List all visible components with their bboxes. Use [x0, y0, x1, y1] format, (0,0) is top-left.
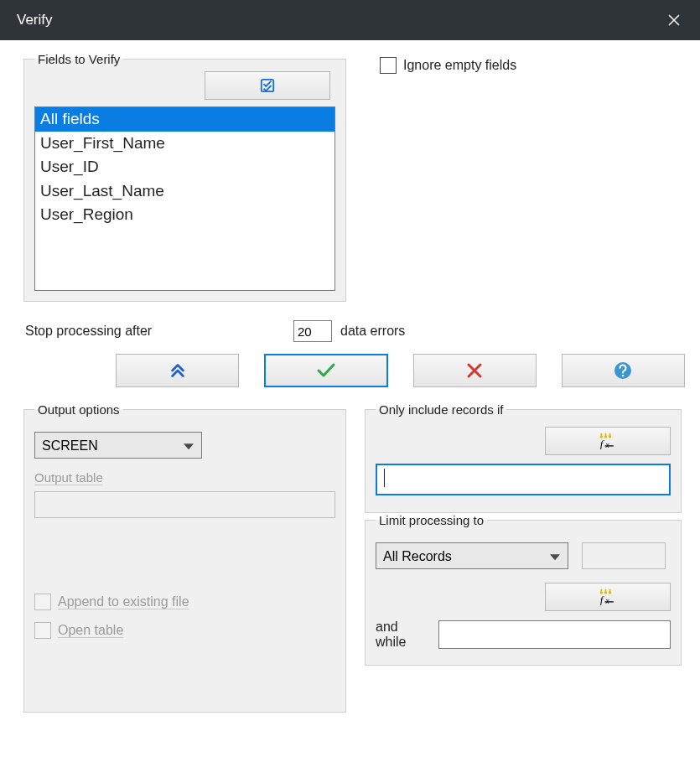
- append-label: Append to existing file: [58, 594, 189, 609]
- field-item[interactable]: User_ID: [35, 155, 334, 179]
- open-table-label: Open table: [58, 623, 123, 638]
- svg-point-4: [604, 435, 607, 438]
- fields-to-verify-group: Fields to Verify All fields User_First_N…: [23, 52, 346, 302]
- action-buttons: [23, 354, 685, 387]
- svg-text:x: x: [604, 441, 609, 449]
- field-item[interactable]: All fields: [35, 107, 334, 132]
- limit-n-input: [582, 542, 666, 569]
- output-options-group: Output options SCREEN Output table Appen…: [23, 402, 346, 713]
- output-options-legend: Output options: [34, 402, 123, 417]
- field-item[interactable]: User_First_Name: [35, 132, 334, 156]
- ignore-empty-checkbox[interactable]: [380, 57, 397, 74]
- stop-before-label: Stop processing after: [25, 324, 285, 339]
- ok-button[interactable]: [264, 354, 387, 387]
- chevron-double-up-icon: [169, 361, 187, 380]
- include-expression-input[interactable]: [376, 464, 671, 495]
- include-records-group: Only include records if f x: [365, 402, 682, 513]
- window-title: Verify: [17, 12, 53, 29]
- text-cursor: [384, 469, 385, 487]
- limit-processing-group: Limit processing to All Records: [365, 513, 682, 666]
- open-table-checkbox: [34, 622, 51, 639]
- ignore-empty-label: Ignore empty fields: [403, 58, 516, 73]
- close-button[interactable]: [663, 9, 685, 31]
- fx-icon: f x: [599, 433, 617, 449]
- svg-text:f: f: [600, 438, 604, 449]
- fx-icon: f x: [599, 589, 617, 605]
- svg-point-5: [609, 435, 611, 438]
- stop-after-label: data errors: [340, 324, 405, 339]
- svg-text:x: x: [604, 597, 609, 605]
- help-button[interactable]: [562, 354, 685, 387]
- andwhile-expression-builder-button[interactable]: f x: [545, 583, 671, 611]
- append-row: Append to existing file: [34, 594, 335, 610]
- field-item[interactable]: User_Last_Name: [35, 179, 334, 204]
- output-table-label: Output table: [34, 470, 103, 485]
- open-table-row: Open table: [34, 622, 335, 639]
- fields-legend: Fields to Verify: [34, 52, 123, 66]
- svg-point-2: [622, 375, 625, 377]
- stop-errors-input[interactable]: [293, 320, 332, 342]
- ignore-empty-row: Ignore empty fields: [380, 52, 516, 74]
- help-icon: [614, 361, 632, 380]
- include-expression-builder-button[interactable]: f x: [545, 427, 671, 455]
- select-all-icon: [260, 78, 275, 93]
- svg-point-11: [609, 591, 611, 594]
- svg-text:f: f: [600, 594, 604, 605]
- include-legend: Only include records if: [376, 402, 506, 417]
- select-all-fields-button[interactable]: [205, 71, 330, 100]
- stop-processing-row: Stop processing after data errors: [25, 320, 685, 342]
- andwhile-label: and while: [376, 620, 427, 650]
- append-checkbox: [34, 594, 51, 610]
- field-item[interactable]: User_Region: [35, 203, 334, 227]
- limit-legend: Limit processing to: [376, 513, 487, 527]
- output-table-input: [34, 491, 335, 518]
- limit-scope-select[interactable]: All Records: [376, 542, 568, 569]
- close-icon: [668, 14, 680, 26]
- x-icon: [466, 362, 483, 379]
- svg-point-10: [604, 591, 607, 594]
- andwhile-input[interactable]: [438, 620, 671, 649]
- fields-listbox[interactable]: All fields User_First_Name User_ID User_…: [34, 106, 335, 291]
- titlebar: Verify: [0, 0, 700, 40]
- collapse-button[interactable]: [116, 354, 239, 387]
- check-icon: [316, 362, 336, 379]
- cancel-button[interactable]: [413, 354, 537, 387]
- output-destination-select[interactable]: SCREEN: [34, 432, 202, 459]
